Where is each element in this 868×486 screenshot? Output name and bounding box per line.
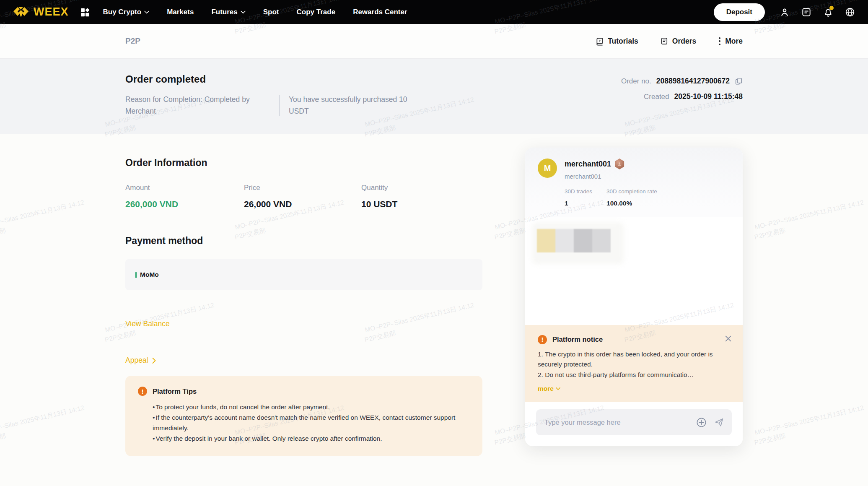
stat-label: 30D trades (565, 188, 592, 195)
chat-message-area (525, 217, 743, 325)
page: WEEX Buy Crypto Markets Futures Spot Cop… (0, 0, 868, 486)
amount-field: Amount 260,000 VND (125, 184, 244, 209)
chevron-down-icon (556, 387, 560, 390)
quantity-label: Quantity (361, 184, 397, 192)
warning-exclamation-icon: ! (138, 387, 147, 396)
platform-tips-title: Platform Tips (153, 387, 197, 395)
appeal-link[interactable]: Appeal (125, 356, 156, 365)
chat-header: M merchant001 merchant001 30D trades 1 (525, 148, 743, 217)
nav-item-label: Buy Crypto (103, 8, 142, 16)
order-no-value: 208898164127900672 (656, 77, 730, 86)
purchase-success-text: You have successfully purchased 10 USDT (289, 94, 424, 117)
more-menu[interactable]: More (718, 36, 743, 46)
merchant-bronze-badge-icon (614, 159, 624, 169)
orders-link[interactable]: Orders (660, 37, 696, 46)
message-input[interactable] (544, 418, 696, 426)
nav-item-markets[interactable]: Markets (167, 8, 194, 16)
brand-text: WEEX (34, 5, 69, 18)
merchant-chat-panel: M merchant001 merchant001 30D trades 1 (525, 148, 743, 446)
payment-method-title: Payment method (125, 235, 482, 247)
subnav-bar: P2P Tutorials Orders More (0, 24, 868, 59)
attach-plus-icon[interactable] (696, 417, 707, 428)
notice-more-link[interactable]: more (538, 385, 560, 392)
tutorials-link[interactable]: Tutorials (595, 37, 638, 46)
stat-30d-completion-rate: 30D completion rate 100.00% (606, 188, 657, 207)
nav-item-rewards-center[interactable]: Rewards Center (353, 8, 407, 16)
nav-item-label: Spot (263, 8, 279, 16)
created-label: Created (644, 93, 669, 101)
top-navbar: WEEX Buy Crypto Markets Futures Spot Cop… (0, 0, 868, 24)
platform-tips-box: ! Platform Tips To protect your funds, d… (125, 376, 482, 456)
view-balance-link[interactable]: View Balance (125, 320, 170, 328)
nav-item-label: Futures (211, 8, 237, 16)
order-detail-column: Order Information Amount 260,000 VND Pri… (125, 157, 482, 456)
appeal-row: Appeal (125, 356, 482, 365)
merchant-names: merchant001 merchant001 (565, 159, 624, 180)
orders-document-icon (660, 37, 668, 45)
banner-right: Order no. 208898164127900672 Created 202… (621, 73, 743, 117)
platform-tips-list: To protect your funds, do not cancel the… (153, 402, 470, 444)
stat-value: 1 (565, 200, 592, 207)
nav-item-buy-crypto[interactable]: Buy Crypto (103, 8, 150, 16)
tip-item: Verify the deposit in your bank or walle… (153, 433, 470, 444)
nav-item-spot[interactable]: Spot (263, 8, 279, 16)
notification-dot (829, 6, 834, 10)
merchant-name[interactable]: merchant001 (565, 160, 611, 169)
quantity-field: Quantity 10 USDT (361, 184, 397, 209)
payment-method-color-bar (135, 272, 137, 278)
support-chat-icon[interactable] (801, 7, 812, 18)
platform-notice-box: ! Platform notice 1. The crypto in this … (525, 325, 743, 402)
payment-method-label: MoMo (140, 271, 159, 278)
merchant-subname: merchant001 (565, 173, 624, 180)
platform-tips-header: ! Platform Tips (138, 387, 470, 396)
subnav-actions: Tutorials Orders More (595, 36, 743, 46)
quantity-value: 10 USDT (361, 199, 397, 209)
merchant-row: M merchant001 merchant001 (538, 159, 730, 180)
chevron-down-icon (144, 10, 149, 14)
platform-notice-header: ! Platform notice (538, 335, 730, 344)
notice-line: 1. The crypto in this order has been loc… (538, 349, 730, 370)
weex-logo[interactable]: WEEX (13, 5, 69, 18)
merchant-stats: 30D trades 1 30D completion rate 100.00% (565, 188, 730, 207)
platform-notice-text: 1. The crypto in this order has been loc… (538, 349, 730, 380)
tutorials-label: Tutorials (608, 37, 638, 46)
redacted-message (537, 229, 611, 252)
orders-label: Orders (672, 37, 696, 46)
chat-input-row (525, 402, 743, 446)
payment-method-name: MoMo (135, 271, 159, 278)
stat-30d-trades: 30D trades 1 (565, 188, 592, 207)
nav-item-copy-trade[interactable]: Copy Trade (297, 8, 336, 16)
profile-icon[interactable] (779, 7, 790, 18)
order-fields: Amount 260,000 VND Price 26,000 VND Quan… (125, 184, 482, 209)
tip-item: If the counterparty's account name doesn… (153, 412, 470, 433)
page-title: P2P (125, 36, 140, 46)
more-label: more (538, 385, 554, 392)
more-dots-icon (718, 36, 721, 46)
merchant-avatar[interactable]: M (538, 159, 557, 178)
price-label: Price (244, 184, 361, 192)
deposit-button[interactable]: Deposit (714, 3, 765, 21)
nav-item-futures[interactable]: Futures (211, 8, 245, 16)
payment-method-card[interactable]: MoMo (125, 259, 482, 290)
close-notice-icon[interactable] (724, 334, 733, 343)
created-value: 2025-10-09 11:15:48 (674, 92, 743, 101)
notifications-bell-icon[interactable] (823, 7, 834, 18)
amount-label: Amount (125, 184, 244, 192)
nav-items: Buy Crypto Markets Futures Spot Copy Tra… (103, 8, 407, 16)
stat-label: 30D completion rate (606, 188, 657, 195)
platform-notice-title: Platform notice (552, 335, 603, 343)
tutorials-book-icon (595, 37, 604, 46)
notice-line: 2. Do not use third-party platforms for … (538, 370, 730, 380)
banner-left: Order completed Reason for Completion: C… (125, 73, 424, 117)
more-label: More (725, 37, 743, 46)
amount-value: 260,000 VND (125, 199, 244, 209)
nav-item-label: Copy Trade (297, 8, 336, 16)
created-row: Created 2025-10-09 11:15:48 (621, 92, 743, 101)
nav-item-label: Markets (167, 8, 194, 16)
chevron-right-icon (152, 357, 156, 364)
copy-order-no-button[interactable] (735, 77, 743, 85)
language-globe-icon[interactable] (845, 7, 855, 18)
chevron-down-icon (241, 10, 246, 14)
apps-grid-icon[interactable] (80, 7, 91, 18)
send-message-icon[interactable] (714, 417, 724, 428)
